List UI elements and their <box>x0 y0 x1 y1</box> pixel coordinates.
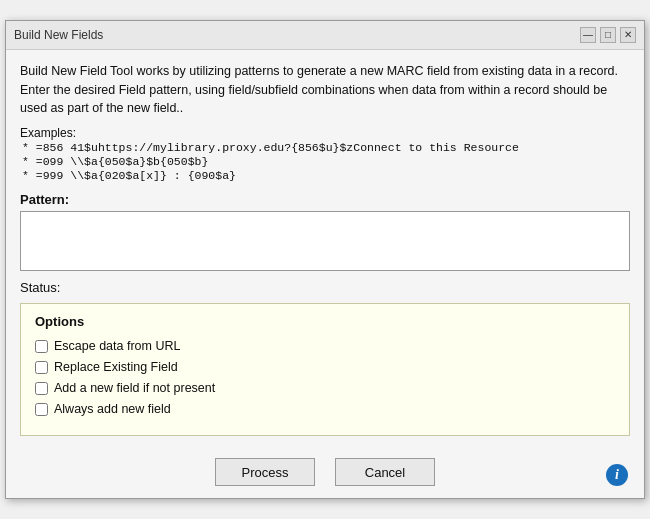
description-text: Build New Field Tool works by utilizing … <box>20 62 630 118</box>
replace-checkbox[interactable] <box>35 361 48 374</box>
addnew-label: Add a new field if not present <box>54 381 215 395</box>
pattern-input[interactable] <box>20 211 630 271</box>
example-line-3: * =999 \\$a{020$a[x]} : {090$a} <box>22 169 236 182</box>
alwaysadd-label: Always add new field <box>54 402 171 416</box>
cancel-button[interactable]: Cancel <box>335 458 435 486</box>
status-row: Status: <box>20 280 630 295</box>
maximize-button[interactable]: □ <box>600 27 616 43</box>
footer: Process Cancel i <box>6 448 644 498</box>
option-alwaysadd: Always add new field <box>35 402 615 416</box>
examples-section: Examples: * =856 41$uhttps://mylibrary.p… <box>20 126 630 182</box>
pattern-label: Pattern: <box>20 192 630 207</box>
replace-label: Replace Existing Field <box>54 360 178 374</box>
addnew-checkbox[interactable] <box>35 382 48 395</box>
window-controls: — □ ✕ <box>580 27 636 43</box>
escape-checkbox[interactable] <box>35 340 48 353</box>
info-icon[interactable]: i <box>606 464 628 486</box>
content-area: Build New Field Tool works by utilizing … <box>6 50 644 448</box>
pattern-section: Pattern: <box>20 192 630 274</box>
title-bar: Build New Fields — □ ✕ <box>6 21 644 50</box>
close-button[interactable]: ✕ <box>620 27 636 43</box>
options-title: Options <box>35 314 615 329</box>
window-title: Build New Fields <box>14 28 103 42</box>
main-window: Build New Fields — □ ✕ Build New Field T… <box>5 20 645 499</box>
escape-label: Escape data from URL <box>54 339 180 353</box>
option-replace: Replace Existing Field <box>35 360 615 374</box>
option-addnew: Add a new field if not present <box>35 381 615 395</box>
status-label: Status: <box>20 280 60 295</box>
minimize-button[interactable]: — <box>580 27 596 43</box>
example-line-1: * =856 41$uhttps://mylibrary.proxy.edu?{… <box>22 141 519 154</box>
process-button[interactable]: Process <box>215 458 315 486</box>
examples-label: Examples: <box>20 126 76 140</box>
options-box: Options Escape data from URL Replace Exi… <box>20 303 630 436</box>
alwaysadd-checkbox[interactable] <box>35 403 48 416</box>
option-escape: Escape data from URL <box>35 339 615 353</box>
example-line-2: * =099 \\$a{050$a}$b{050$b} <box>22 155 208 168</box>
